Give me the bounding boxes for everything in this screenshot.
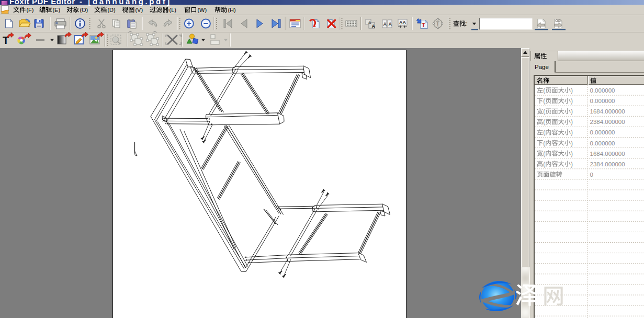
svg-text:0.000000: 0.000000 bbox=[590, 98, 615, 104]
svg-text::: : bbox=[466, 20, 467, 28]
svg-text:A: A bbox=[372, 24, 376, 29]
svg-text:(F): (F) bbox=[26, 7, 33, 13]
svg-text:(E): (E) bbox=[52, 7, 60, 13]
svg-text:(: ( bbox=[543, 129, 545, 136]
svg-text:0.000000: 0.000000 bbox=[590, 140, 615, 146]
svg-text:(: ( bbox=[543, 118, 545, 126]
svg-text:): ) bbox=[571, 97, 573, 105]
svg-text:(W): (W) bbox=[197, 7, 207, 13]
svg-text:- [danhuang.pdf]: - [danhuang.pdf] bbox=[80, 0, 172, 6]
svg-text:A: A bbox=[389, 21, 392, 27]
svg-text:Foxit PDF Editor: Foxit PDF Editor bbox=[9, 0, 75, 6]
svg-text:): ) bbox=[571, 87, 573, 94]
svg-text:): ) bbox=[571, 129, 573, 136]
svg-text:2384.000000: 2384.000000 bbox=[590, 161, 625, 167]
svg-text:0.000000: 0.000000 bbox=[590, 129, 615, 135]
svg-text:): ) bbox=[571, 118, 573, 126]
svg-text:AA: AA bbox=[399, 20, 406, 25]
svg-text:): ) bbox=[571, 140, 573, 147]
svg-text:): ) bbox=[571, 150, 573, 157]
svg-text:1684.000000: 1684.000000 bbox=[590, 108, 625, 115]
svg-text:): ) bbox=[571, 108, 573, 115]
svg-text:0: 0 bbox=[590, 172, 593, 178]
svg-text:(: ( bbox=[543, 140, 545, 147]
svg-text:2384.000000: 2384.000000 bbox=[590, 119, 625, 125]
svg-text:(: ( bbox=[543, 97, 545, 105]
svg-text:1684.000000: 1684.000000 bbox=[590, 151, 625, 157]
svg-text:(: ( bbox=[543, 108, 545, 115]
svg-text:(: ( bbox=[543, 150, 545, 157]
svg-text:(H): (H) bbox=[228, 7, 235, 13]
svg-text:Page: Page bbox=[535, 64, 549, 70]
svg-text:A: A bbox=[383, 21, 387, 27]
svg-text:): ) bbox=[571, 161, 573, 168]
svg-text:T: T bbox=[422, 22, 425, 28]
svg-text:(D): (D) bbox=[107, 7, 115, 13]
svg-text:0.000000: 0.000000 bbox=[590, 87, 615, 94]
svg-text:(: ( bbox=[543, 161, 545, 168]
svg-text:(V): (V) bbox=[135, 7, 143, 13]
svg-text:(L): (L) bbox=[170, 7, 176, 13]
svg-text:A: A bbox=[368, 20, 371, 25]
svg-text:T: T bbox=[436, 20, 440, 27]
svg-text:(: ( bbox=[543, 87, 545, 94]
svg-text:(O): (O) bbox=[80, 7, 88, 13]
